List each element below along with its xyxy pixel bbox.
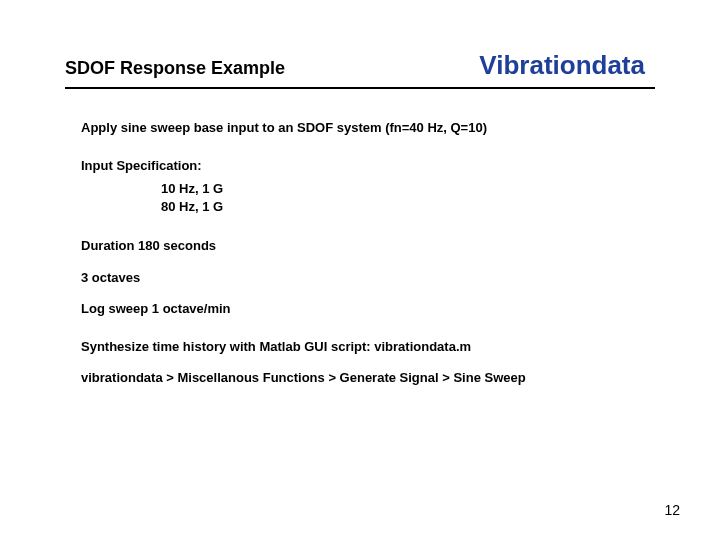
slide-title: SDOF Response Example xyxy=(65,58,285,79)
duration-line: Duration 180 seconds xyxy=(81,237,655,255)
sweep-line: Log sweep 1 octave/min xyxy=(81,300,655,318)
octaves-line: 3 octaves xyxy=(81,269,655,287)
spec-line-2: 80 Hz, 1 G xyxy=(161,198,655,216)
nav-path: vibrationdata > Miscellanous Functions >… xyxy=(81,369,655,387)
spec-line-1: 10 Hz, 1 G xyxy=(161,180,655,198)
header-row: SDOF Response Example Vibrationdata xyxy=(65,50,655,89)
brand-title: Vibrationdata xyxy=(479,50,655,81)
spec-lines: 10 Hz, 1 G 80 Hz, 1 G xyxy=(81,180,655,215)
page-number: 12 xyxy=(664,502,680,518)
spec-label: Input Specification: xyxy=(81,157,655,175)
synth-line: Synthesize time history with Matlab GUI … xyxy=(81,338,655,356)
slide-body: Apply sine sweep base input to an SDOF s… xyxy=(65,119,655,387)
slide: SDOF Response Example Vibrationdata Appl… xyxy=(0,0,720,540)
intro-line: Apply sine sweep base input to an SDOF s… xyxy=(81,119,655,137)
